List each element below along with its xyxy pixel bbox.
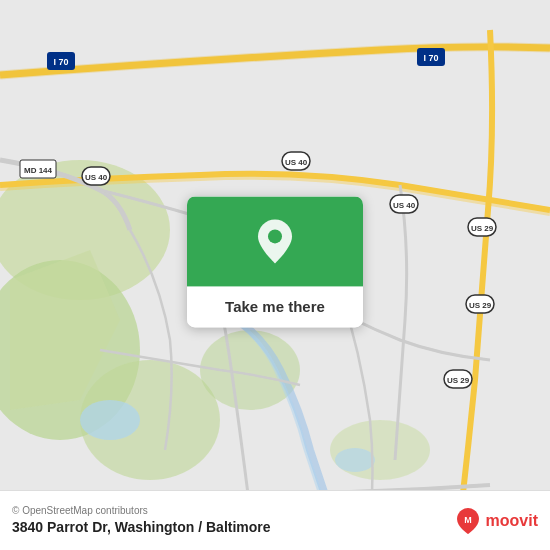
svg-text:US 40: US 40	[285, 158, 308, 167]
svg-text:I 70: I 70	[423, 53, 438, 63]
address-line: 3840 Parrot Dr, Washington / Baltimore	[12, 518, 271, 536]
svg-point-29	[268, 229, 282, 243]
svg-point-8	[335, 448, 375, 472]
svg-text:MD 144: MD 144	[24, 166, 53, 175]
map-container: I 70 I 70 MD 144 US 40 US 40 US 40 US 29…	[0, 0, 550, 550]
svg-text:I 70: I 70	[53, 57, 68, 67]
moovit-logo: M moovit	[454, 507, 538, 535]
moovit-icon: M	[454, 507, 482, 535]
cta-top-area	[187, 196, 363, 286]
address-info: © OpenStreetMap contributors 3840 Parrot…	[12, 505, 271, 536]
bottom-bar: © OpenStreetMap contributors 3840 Parrot…	[0, 490, 550, 550]
svg-text:US 29: US 29	[471, 224, 494, 233]
svg-point-7	[80, 400, 140, 440]
take-me-there-button[interactable]: Take me there	[187, 286, 363, 327]
svg-text:M: M	[464, 515, 472, 525]
address-text: 3840 Parrot Dr, Washington / Baltimore	[12, 519, 271, 535]
svg-text:US 40: US 40	[393, 201, 416, 210]
svg-text:US 29: US 29	[469, 301, 492, 310]
moovit-label: moovit	[486, 512, 538, 530]
svg-text:US 40: US 40	[85, 173, 108, 182]
copyright-text: © OpenStreetMap contributors	[12, 505, 271, 516]
location-pin-icon	[255, 217, 295, 265]
cta-card: Take me there	[187, 196, 363, 327]
svg-text:US 29: US 29	[447, 376, 470, 385]
